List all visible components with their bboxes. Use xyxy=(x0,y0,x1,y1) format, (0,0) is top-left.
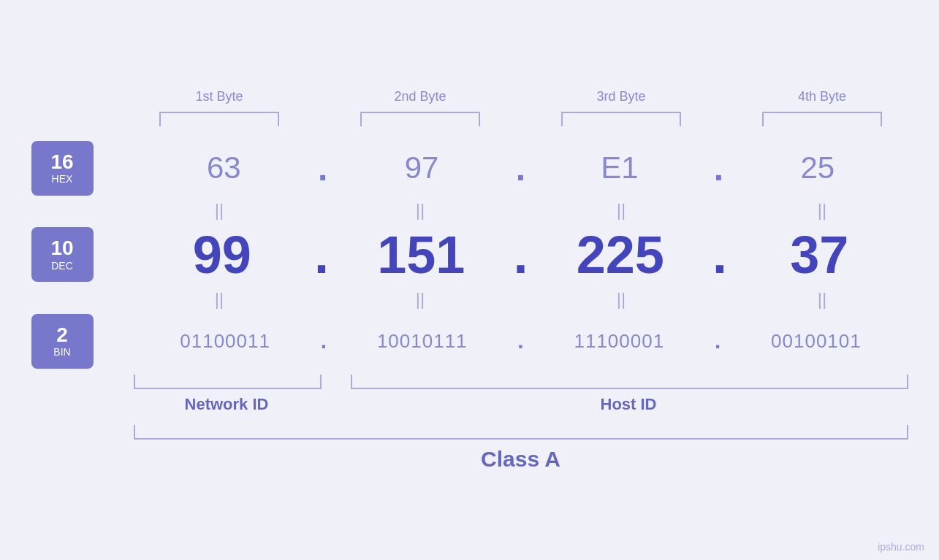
hex-row: 16 HEX 63 . 97 . E1 . 25 xyxy=(31,141,908,196)
class-row: Class A xyxy=(134,425,908,472)
bin-row: 2 BIN 01100011 . 10010111 . 11100001 . 0… xyxy=(31,314,908,369)
byte-header-2: 2nd Byte xyxy=(335,89,506,104)
network-id-label: Network ID xyxy=(134,395,320,414)
dec-row: 10 DEC 99 . 151 . 225 . 37 xyxy=(31,225,908,285)
byte-header-1: 1st Byte xyxy=(134,89,305,104)
watermark: ipshu.com xyxy=(878,541,924,553)
byte-header-3: 3rd Byte xyxy=(536,89,707,104)
dec-byte-4: 37 xyxy=(731,225,908,285)
hex-base-number: 16 xyxy=(50,151,73,174)
dot-2: . xyxy=(512,148,529,188)
bottom-brackets xyxy=(134,375,908,389)
top-brackets xyxy=(134,112,908,126)
dec-byte-3: 225 xyxy=(532,225,709,285)
host-id-label: Host ID xyxy=(349,395,908,414)
bin-byte-4: 00100101 xyxy=(724,330,908,353)
eq-3: || xyxy=(536,200,707,220)
byte-header-4: 4th Byte xyxy=(737,89,908,104)
dec-values-row: 99 . 151 . 225 . 37 xyxy=(134,225,908,285)
id-labels-row: Network ID Host ID xyxy=(134,395,908,414)
hex-values-row: 63 . 97 . E1 . 25 xyxy=(134,148,908,188)
equals-row-1: || || || || xyxy=(134,196,908,225)
dec-base-label: DEC xyxy=(51,260,73,272)
network-bracket xyxy=(134,375,322,389)
bin-dot-3: . xyxy=(711,329,724,353)
hex-byte-1: 63 xyxy=(134,150,315,185)
main-container: 1st Byte 2nd Byte 3rd Byte 4th Byte 16 H… xyxy=(31,89,908,472)
eq-5: || xyxy=(134,289,305,310)
bin-byte-1: 01100011 xyxy=(134,330,317,353)
eq-7: || xyxy=(536,289,707,310)
dec-dot-1: . xyxy=(311,225,332,285)
hex-byte-4: 25 xyxy=(727,150,908,185)
eq-2: || xyxy=(335,200,506,220)
byte-headers: 1st Byte 2nd Byte 3rd Byte 4th Byte xyxy=(134,89,908,104)
dec-dot-3: . xyxy=(709,225,731,285)
dot-3: . xyxy=(710,148,727,188)
bin-byte-3: 11100001 xyxy=(528,330,711,353)
dec-byte-1: 99 xyxy=(134,225,311,285)
bin-dot-2: . xyxy=(514,329,527,353)
dec-badge: 10 DEC xyxy=(31,227,94,282)
dec-base-number: 10 xyxy=(50,237,73,260)
hex-badge: 16 HEX xyxy=(31,141,94,196)
bin-base-label: BIN xyxy=(53,346,70,358)
dec-dot-2: . xyxy=(509,225,531,285)
host-bracket xyxy=(351,375,908,389)
bin-values-row: 01100011 . 10010111 . 11100001 . 0010010… xyxy=(134,329,908,353)
bin-badge: 2 BIN xyxy=(31,314,94,369)
eq-4: || xyxy=(737,200,908,220)
dec-byte-2: 151 xyxy=(332,225,509,285)
hex-base-label: HEX xyxy=(52,173,73,185)
class-bracket xyxy=(134,425,908,440)
hex-byte-3: E1 xyxy=(529,150,710,185)
equals-row-2: || || || || xyxy=(134,285,908,314)
class-label: Class A xyxy=(481,447,560,472)
eq-6: || xyxy=(335,289,506,310)
bin-byte-2: 10010111 xyxy=(330,330,514,353)
eq-8: || xyxy=(737,289,908,310)
bin-dot-1: . xyxy=(317,329,330,353)
dot-1: . xyxy=(314,148,331,188)
bin-base-number: 2 xyxy=(56,324,68,347)
eq-1: || xyxy=(134,200,305,220)
hex-byte-2: 97 xyxy=(331,150,512,185)
